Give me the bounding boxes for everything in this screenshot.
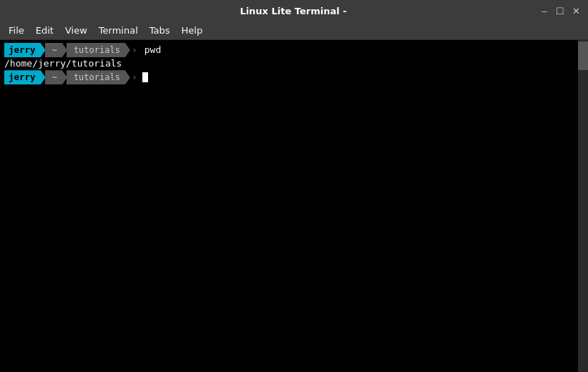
command-1: pwd	[144, 44, 161, 57]
title-bar: Linux Lite Terminal - – ☐ ✕	[0, 0, 588, 21]
prompt-arrow-1: ›	[132, 44, 137, 57]
terminal[interactable]: jerry ~ tutorials › pwd /home/jerry/tuto…	[0, 40, 588, 372]
close-button[interactable]: ✕	[569, 4, 582, 17]
scrollbar-thumb[interactable]	[578, 41, 588, 70]
terminal-line-1: jerry ~ tutorials › pwd	[4, 43, 574, 57]
terminal-output-1: /home/jerry/tutorials	[4, 57, 574, 70]
prompt-tilde-1: ~	[45, 43, 67, 57]
title-bar-controls: – ☐ ✕	[538, 4, 582, 17]
menu-bar: File Edit View Terminal Tabs Help	[0, 21, 588, 40]
menu-file[interactable]: File	[3, 24, 30, 37]
prompt-dir-2: tutorials	[67, 70, 130, 84]
prompt-arrow-2: ›	[132, 71, 137, 84]
terminal-cursor	[142, 72, 148, 82]
maximize-button[interactable]: ☐	[554, 4, 567, 17]
menu-help[interactable]: Help	[176, 24, 209, 37]
terminal-line-2: jerry ~ tutorials ›	[4, 70, 574, 84]
prompt-dir-1: tutorials	[67, 43, 130, 57]
prompt-user-1: jerry	[4, 43, 46, 57]
terminal-content[interactable]: jerry ~ tutorials › pwd /home/jerry/tuto…	[0, 40, 578, 372]
prompt-tilde-2: ~	[45, 70, 67, 84]
title-bar-title: Linux Lite Terminal -	[49, 6, 538, 16]
prompt-user-2: jerry	[4, 70, 46, 84]
menu-tabs[interactable]: Tabs	[144, 24, 176, 37]
menu-terminal[interactable]: Terminal	[93, 24, 144, 37]
menu-view[interactable]: View	[59, 24, 93, 37]
menu-edit[interactable]: Edit	[30, 24, 59, 37]
minimize-button[interactable]: –	[538, 4, 551, 17]
scrollbar[interactable]	[578, 40, 588, 372]
